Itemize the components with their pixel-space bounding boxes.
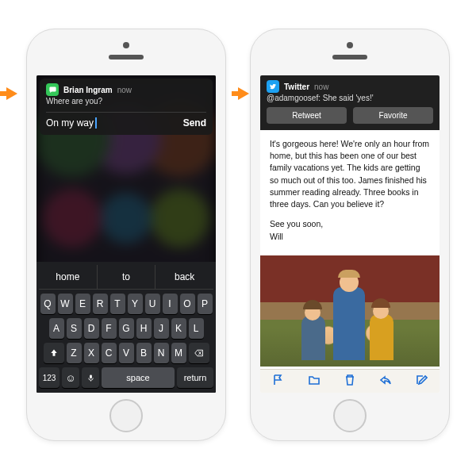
key-w[interactable]: W — [58, 294, 73, 314]
speaker-slot — [332, 55, 367, 60]
key-b[interactable]: B — [136, 343, 152, 363]
twitter-icon — [267, 80, 279, 93]
mail-body[interactable]: It's gorgeous here! We're only an hour f… — [260, 130, 440, 255]
key-x[interactable]: X — [84, 343, 99, 363]
key-n[interactable]: N — [154, 343, 169, 363]
screen-right: Twitter now @adamgoosef: She said 'yes!'… — [260, 75, 440, 393]
key-c[interactable]: C — [102, 343, 117, 363]
retweet-button[interactable]: Retweet — [267, 107, 347, 124]
key-r[interactable]: R — [93, 294, 108, 314]
key-j[interactable]: J — [154, 318, 169, 339]
phone-right: Twitter now @adamgoosef: She said 'yes!'… — [250, 29, 450, 441]
key-e[interactable]: E — [75, 294, 90, 314]
key-m[interactable]: M — [171, 343, 186, 363]
key-d[interactable]: D — [84, 318, 99, 339]
flag-icon[interactable] — [272, 374, 285, 389]
quick-reply-banner: Brian Ingram now Where are you? On my wa… — [40, 79, 213, 135]
key-t[interactable]: T — [110, 294, 125, 314]
notif-sender: Brian Ingram — [63, 86, 113, 94]
favorite-button[interactable]: Favorite — [353, 107, 433, 124]
key-a[interactable]: A — [49, 318, 64, 339]
key-k[interactable]: K — [171, 318, 186, 339]
reply-input[interactable]: On my way — [46, 117, 177, 129]
home-button[interactable] — [109, 399, 143, 432]
photo-person-3 — [370, 314, 393, 360]
svg-rect-0 — [90, 374, 92, 378]
key-u[interactable]: U — [145, 294, 160, 314]
suggestion-1[interactable]: home — [39, 265, 97, 289]
text-cursor — [95, 117, 97, 129]
notif-app: Twitter — [284, 83, 309, 91]
key-emoji[interactable]: ☺ — [62, 367, 79, 388]
arrow-right — [238, 87, 249, 100]
key-space[interactable]: space — [102, 367, 175, 388]
photo-person-1 — [301, 316, 325, 360]
messages-icon — [46, 83, 59, 96]
key-123[interactable]: 123 — [39, 367, 60, 388]
mail-signoff: See you soon, — [270, 219, 323, 228]
mail-paragraph: It's gorgeous here! We're only an hour f… — [270, 138, 430, 210]
reply-icon[interactable] — [379, 374, 392, 389]
keyboard: home to back QWERTYUIOP ASDFGHJKL ZXCVBN… — [36, 262, 216, 393]
notif-message: Where are you? — [46, 97, 206, 106]
photo-person-2 — [333, 287, 365, 360]
key-l[interactable]: L — [189, 318, 204, 339]
reply-text: On my way — [46, 117, 94, 129]
key-s[interactable]: S — [67, 318, 82, 339]
key-return[interactable]: return — [177, 367, 213, 388]
key-shift[interactable] — [44, 343, 64, 363]
suggestion-3[interactable]: back — [155, 265, 213, 289]
arrow-left — [6, 87, 17, 100]
key-q[interactable]: Q — [40, 294, 56, 314]
key-h[interactable]: H — [136, 318, 152, 339]
suggestion-2[interactable]: to — [97, 265, 155, 289]
key-delete[interactable] — [189, 343, 209, 363]
key-v[interactable]: V — [119, 343, 134, 363]
mail-signature: Will — [270, 232, 283, 241]
key-y[interactable]: Y — [128, 294, 143, 314]
camera-dot — [123, 42, 129, 48]
key-g[interactable]: G — [119, 318, 134, 339]
key-o[interactable]: O — [180, 294, 195, 314]
key-z[interactable]: Z — [67, 343, 82, 363]
home-button[interactable] — [333, 399, 367, 432]
speaker-slot — [109, 55, 144, 60]
mail-toolbar — [260, 369, 440, 393]
notif-tweet: @adamgoosef: She said 'yes!' — [267, 94, 433, 102]
key-p[interactable]: P — [198, 294, 213, 314]
camera-dot — [347, 42, 353, 48]
trash-icon[interactable] — [344, 374, 356, 389]
suggestion-row: home to back — [39, 265, 213, 290]
notif-time: now — [117, 86, 132, 94]
send-button[interactable]: Send — [183, 117, 206, 129]
screen-left: Brian Ingram now Where are you? On my wa… — [36, 75, 216, 393]
folder-icon[interactable] — [308, 374, 321, 389]
twitter-banner: Twitter now @adamgoosef: She said 'yes!'… — [260, 75, 440, 130]
key-f[interactable]: F — [102, 318, 117, 339]
phone-left: Brian Ingram now Where are you? On my wa… — [26, 29, 226, 441]
key-mic[interactable] — [82, 367, 99, 388]
mail-photo[interactable] — [260, 255, 440, 367]
compose-icon[interactable] — [415, 374, 428, 389]
key-i[interactable]: I — [163, 294, 178, 314]
notif-time: now — [314, 83, 328, 91]
